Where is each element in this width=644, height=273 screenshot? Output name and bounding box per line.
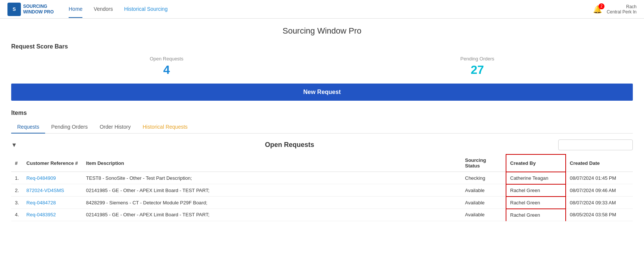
table-row: 1.Req-0484909TEST8 - SonoSite - Other - … xyxy=(11,172,633,184)
row-created-by: Rachel Green xyxy=(506,197,566,209)
user-info: Rach Central Perk In xyxy=(607,4,637,15)
row-ref[interactable]: Req-0483952 xyxy=(23,209,82,221)
notification-badge: 2 xyxy=(599,3,604,9)
score-bars: Open Requests 4 Pending Orders 27 xyxy=(11,56,633,77)
col-header-created-by: Created By xyxy=(506,154,566,172)
pending-orders-value: 27 xyxy=(461,63,494,77)
items-section: Items Requests Pending Orders Order Hist… xyxy=(11,110,633,221)
row-created-date: 08/07/2024 09:46 AM xyxy=(566,184,633,197)
row-created-date: 08/07/2024 09:33 AM xyxy=(566,197,633,209)
logo[interactable]: S SOURCING WINDOW PRO xyxy=(7,3,54,16)
nav-vendors[interactable]: Vendors xyxy=(94,1,113,18)
nav-links: Home Vendors Historical Sourcing xyxy=(69,1,593,18)
logo-text: SOURCING WINDOW PRO xyxy=(23,4,54,15)
table-header-row: ▼ Open Requests xyxy=(11,139,633,150)
main-content: Sourcing Window Pro Request Score Bars O… xyxy=(0,19,644,229)
tab-order-history[interactable]: Order History xyxy=(94,121,136,134)
new-request-button[interactable]: New Request xyxy=(11,84,633,101)
nav-historical-sourcing[interactable]: Historical Sourcing xyxy=(124,1,168,18)
row-desc: 02141985 - GE - Other - APEX Limit Board… xyxy=(82,184,461,197)
user-company: Central Perk In xyxy=(607,9,637,15)
row-num: 1. xyxy=(11,172,23,184)
pending-orders-score: Pending Orders 27 xyxy=(461,56,494,77)
row-num: 2. xyxy=(11,184,23,197)
open-requests-score: Open Requests 4 xyxy=(150,56,183,77)
row-created-by: Rachel Green xyxy=(506,209,566,221)
logo-s: S xyxy=(13,6,16,12)
col-header-num: # xyxy=(11,154,23,172)
table-row: 3.Req-04847288428299 - Siemens - CT - De… xyxy=(11,197,633,209)
row-ref[interactable]: 872024-VD4SMS xyxy=(23,184,82,197)
requests-table: # Customer Reference # Item Description … xyxy=(11,154,633,221)
row-status: Available xyxy=(461,184,506,197)
table-row: 4.Req-048395202141985 - GE - Other - APE… xyxy=(11,209,633,221)
row-desc: 02141985 - GE - Other - APEX Limit Board… xyxy=(82,209,461,221)
row-created-date: 08/05/2024 03:58 PM xyxy=(566,209,633,221)
row-created-date: 08/07/2024 01:45 PM xyxy=(566,172,633,184)
row-ref[interactable]: Req-0484728 xyxy=(23,197,82,209)
notifications[interactable]: 🔔 2 xyxy=(593,5,602,14)
row-status: Available xyxy=(461,197,506,209)
row-created-by: Rachel Green xyxy=(506,184,566,197)
row-created-by: Catherine Teagan xyxy=(506,172,566,184)
row-status: Checking xyxy=(461,172,506,184)
open-requests-label: Open Requests xyxy=(150,56,183,62)
filter-icon[interactable]: ▼ xyxy=(11,142,17,148)
logo-icon: S xyxy=(7,3,21,16)
user-name: Rach xyxy=(607,4,637,9)
row-ref[interactable]: Req-0484909 xyxy=(23,172,82,184)
items-tabs: Requests Pending Orders Order History Hi… xyxy=(11,121,633,134)
open-requests-value: 4 xyxy=(150,63,183,77)
table-row: 2.872024-VD4SMS02141985 - GE - Other - A… xyxy=(11,184,633,197)
nav-home[interactable]: Home xyxy=(69,1,82,18)
page-title: Sourcing Window Pro xyxy=(11,26,633,36)
row-num: 3. xyxy=(11,197,23,209)
row-num: 4. xyxy=(11,209,23,221)
row-desc: 8428299 - Siemens - CT - Detector Module… xyxy=(82,197,461,209)
col-header-ref: Customer Reference # xyxy=(23,154,82,172)
row-status: Available xyxy=(461,209,506,221)
open-requests-table-title: Open Requests xyxy=(21,141,558,149)
score-section: Request Score Bars Open Requests 4 Pendi… xyxy=(11,43,633,77)
col-header-created-date: Created Date xyxy=(566,154,633,172)
tab-pending-orders[interactable]: Pending Orders xyxy=(45,121,94,134)
search-input[interactable] xyxy=(558,139,633,150)
nav-right: 🔔 2 Rach Central Perk In xyxy=(593,4,637,15)
score-section-title: Request Score Bars xyxy=(11,43,633,50)
col-header-status: Sourcing Status xyxy=(461,154,506,172)
pending-orders-label: Pending Orders xyxy=(461,56,494,62)
col-header-desc: Item Description xyxy=(82,154,461,172)
navigation: S SOURCING WINDOW PRO Home Vendors Histo… xyxy=(0,0,644,19)
row-desc: TEST8 - SonoSite - Other - Test Part Des… xyxy=(82,172,461,184)
tab-requests[interactable]: Requests xyxy=(11,121,45,134)
items-title: Items xyxy=(11,110,633,116)
tab-historical-requests[interactable]: Historical Requests xyxy=(136,121,194,134)
